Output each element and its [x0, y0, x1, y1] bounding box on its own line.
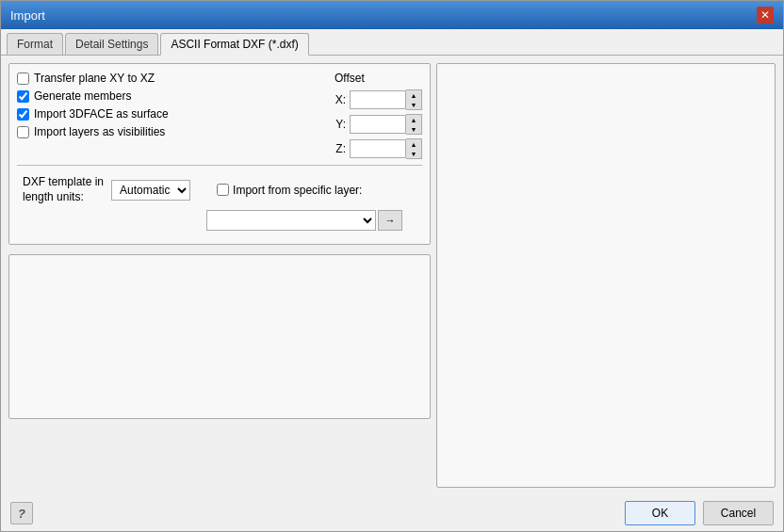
bottom-panel: [8, 254, 431, 419]
offset-label: Offset: [335, 72, 422, 85]
offset-y-spinbox: 0 ▲ ▼: [350, 114, 422, 135]
offset-x-row: X: 0 ▲ ▼: [335, 89, 422, 110]
offset-group: Offset X: 0 ▲ ▼: [335, 72, 422, 161]
layer-browse-button[interactable]: →: [378, 210, 402, 231]
offset-y-buttons: ▲ ▼: [406, 114, 422, 135]
offset-y-label: Y:: [335, 118, 346, 131]
footer-buttons: OK Cancel: [625, 501, 774, 525]
dxf-template-label: DXF template in length units:: [23, 175, 104, 204]
import-3dface-checkbox[interactable]: [17, 108, 29, 121]
dialog-title: Import: [10, 8, 45, 23]
layer-row: →: [206, 210, 416, 231]
offset-x-down[interactable]: ▼: [406, 100, 421, 109]
dxf-template-dropdown[interactable]: Automatic mm cm m inch ft: [111, 180, 190, 201]
footer-left: ?: [10, 502, 33, 524]
offset-x-buttons: ▲ ▼: [406, 89, 422, 110]
offset-y-row: Y: 0 ▲ ▼: [335, 114, 422, 135]
generate-members-label: Generate members: [34, 89, 131, 103]
lower-options: DXF template in length units: Automatic …: [17, 169, 422, 236]
checkbox-import-layers: Import layers as visibilities: [17, 125, 169, 138]
footer: ? OK Cancel: [1, 495, 783, 531]
ok-button[interactable]: OK: [625, 501, 695, 525]
offset-z-label: Z:: [335, 142, 346, 155]
offset-z-spinbox: 0 ▲ ▼: [350, 138, 422, 159]
checkbox-import-3dface: Import 3DFACE as surface: [17, 107, 169, 121]
dxf-template-row: DXF template in length units: Automatic …: [23, 175, 416, 204]
main-area: Transfer plane XY to XZ Generate members…: [8, 63, 776, 488]
offset-x-label: X:: [335, 93, 346, 106]
tab-ascii-format-dxf[interactable]: ASCII Format DXF (*.dxf): [160, 33, 308, 56]
divider-1: [17, 165, 422, 166]
options-box: Transfer plane XY to XZ Generate members…: [8, 63, 431, 245]
layer-input[interactable]: [206, 210, 376, 231]
offset-z-down[interactable]: ▼: [406, 149, 421, 158]
checkboxes-col: Transfer plane XY to XZ Generate members…: [17, 72, 169, 143]
close-button[interactable]: ✕: [757, 7, 774, 24]
offset-x-up[interactable]: ▲: [406, 90, 421, 100]
title-bar: Import ✕: [1, 1, 783, 29]
offset-z-buttons: ▲ ▼: [406, 138, 422, 159]
offset-x-input[interactable]: 0: [350, 90, 406, 109]
help-button[interactable]: ?: [10, 502, 33, 524]
offset-x-spinbox: 0 ▲ ▼: [350, 89, 422, 110]
generate-members-checkbox[interactable]: [17, 90, 29, 103]
offset-z-input[interactable]: 0: [350, 139, 406, 158]
import-layers-label: Import layers as visibilities: [34, 125, 165, 138]
checkbox-transfer-plane: Transfer plane XY to XZ: [17, 72, 169, 85]
tab-detail-settings[interactable]: Detail Settings: [65, 33, 158, 55]
import-dialog: Import ✕ Format Detail Settings ASCII Fo…: [0, 0, 784, 532]
import-from-layer-group: Import from specific layer:: [217, 184, 362, 197]
offset-y-input[interactable]: 0: [350, 115, 406, 134]
import-3dface-label: Import 3DFACE as surface: [34, 107, 169, 121]
tab-bar: Format Detail Settings ASCII Format DXF …: [1, 29, 783, 56]
checkbox-generate-members: Generate members: [17, 89, 169, 103]
import-layers-checkbox[interactable]: [17, 126, 29, 138]
transfer-plane-label: Transfer plane XY to XZ: [34, 72, 155, 85]
content-area: Transfer plane XY to XZ Generate members…: [1, 56, 783, 495]
cancel-button[interactable]: Cancel: [703, 501, 774, 525]
layer-browse-icon: →: [385, 215, 396, 226]
offset-y-up[interactable]: ▲: [406, 115, 421, 124]
options-row: Transfer plane XY to XZ Generate members…: [17, 72, 422, 161]
transfer-plane-checkbox[interactable]: [17, 73, 29, 85]
right-panel: [436, 63, 776, 488]
layer-input-wrap: →: [206, 210, 402, 231]
dxf-template-dropdown-wrap: Automatic mm cm m inch ft: [111, 180, 190, 201]
offset-z-row: Z: 0 ▲ ▼: [335, 138, 422, 159]
offset-y-down[interactable]: ▼: [406, 124, 421, 134]
import-from-layer-checkbox[interactable]: [217, 184, 229, 196]
import-from-layer-label: Import from specific layer:: [233, 184, 362, 197]
tab-format[interactable]: Format: [7, 33, 63, 55]
left-panel: Transfer plane XY to XZ Generate members…: [8, 63, 431, 488]
offset-z-up[interactable]: ▲: [406, 139, 421, 149]
